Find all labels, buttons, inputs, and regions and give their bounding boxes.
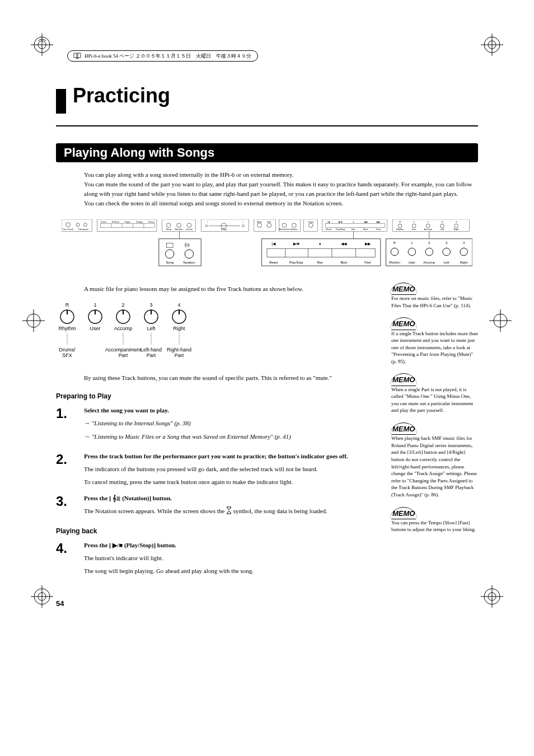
svg-text:Rhythm: Rhythm (396, 229, 404, 231)
svg-text:Left: Left (147, 326, 156, 331)
svg-text:Rhythm: Rhythm (389, 261, 400, 264)
svg-text:4: 4 (456, 221, 457, 223)
memo2-text: If a single Track button includes more t… (391, 330, 478, 365)
svg-point-60 (282, 223, 287, 228)
svg-text:Piano: Piano (101, 221, 106, 223)
svg-text:○: ○ (242, 221, 243, 223)
svg-point-88 (441, 224, 444, 228)
intro-paragraph: You can play along with a song stored in… (84, 170, 478, 208)
svg-text:Rec: Rec (317, 261, 323, 264)
step4-post: (Play/Stop)] button. (124, 542, 176, 548)
svg-text:◀◀: ◀◀ (364, 221, 368, 223)
svg-rect-34 (101, 224, 155, 228)
step-number: 4. (56, 541, 84, 576)
step4-body1: The button's indicator will light. (84, 553, 380, 563)
play-stop-icon: ▶/■ (113, 542, 123, 548)
svg-text:Rec: Rec (352, 229, 355, 231)
svg-text:One Touch: One Touch (63, 229, 73, 231)
svg-text:Part: Part (175, 353, 184, 358)
svg-text:Song: Song (166, 261, 174, 264)
svg-text:Accomp: Accomp (424, 229, 432, 231)
svg-text:Accompaniment: Accompaniment (105, 347, 142, 353)
svg-text:Accomp: Accomp (423, 261, 435, 264)
svg-point-99 (165, 250, 174, 258)
svg-text:E.Piano: E.Piano (112, 221, 120, 223)
svg-point-86 (412, 224, 416, 228)
svg-text:Left: Left (441, 229, 444, 231)
step2-body1: The indicators of the buttons you presse… (84, 464, 380, 474)
svg-text:Part: Part (119, 353, 128, 358)
notation-icon: 𝄞≣ (113, 495, 120, 501)
svg-text:●: ● (353, 221, 354, 223)
svg-text:Left: Left (444, 261, 449, 264)
svg-text:Accomp: Accomp (114, 326, 133, 331)
memo4-text: When playing back SMF music files for Ro… (391, 435, 478, 498)
svg-text:1: 1 (411, 242, 413, 245)
step-4: 4. Press the [ ▶/■ (Play/Stop)] button. … (56, 541, 380, 576)
svg-point-61 (292, 223, 296, 228)
svg-text:●: ● (319, 242, 321, 246)
svg-text:Play/Stop: Play/Stop (289, 261, 303, 264)
memo-5: MEMO You can press the Tempo [Slow] [Fas… (391, 509, 478, 533)
preparing-heading: Preparing to Play (56, 392, 380, 400)
step-2: 2. Press the track button for the perfor… (56, 452, 380, 487)
svg-text:3: 3 (446, 242, 447, 245)
svg-text:▶▶: ▶▶ (365, 242, 371, 246)
step2-body2: To cancel muting, press the same track b… (84, 477, 380, 487)
svg-point-130 (443, 248, 451, 256)
svg-point-40 (166, 223, 171, 228)
svg-text:User: User (412, 229, 417, 231)
svg-point-25 (84, 223, 87, 227)
svg-text:Part: Part (267, 221, 271, 223)
svg-text:Rhythm: Rhythm (58, 326, 76, 331)
svg-text:3: 3 (149, 302, 152, 308)
svg-text:Play/Stop: Play/Stop (336, 229, 345, 231)
svg-text:Metronome: Metronome (279, 229, 290, 231)
svg-point-128 (408, 248, 416, 256)
memo-label: MEMO (391, 424, 416, 435)
svg-text:4: 4 (463, 242, 465, 245)
svg-text:Bwd: Bwd (363, 229, 368, 231)
svg-text:Lesson: Lesson (186, 229, 193, 231)
svg-rect-73 (325, 224, 385, 228)
memo-1: MEMO For more on music files, refer to "… (391, 284, 478, 309)
svg-point-49 (205, 225, 208, 227)
page-number: 54 (56, 599, 478, 608)
svg-point-100 (185, 250, 193, 258)
svg-text:Count: Count (308, 221, 314, 223)
step2-title: Press the track button for the performan… (84, 452, 380, 461)
svg-point-56 (267, 223, 271, 228)
svg-text:R: R (399, 221, 401, 223)
section-title: Playing Along with Songs (56, 143, 478, 162)
step-1: 1. Select the song you want to play. → "… (56, 406, 380, 444)
svg-text:Bwd: Bwd (341, 261, 347, 264)
memo-label: MEMO (391, 319, 416, 330)
svg-point-87 (426, 224, 430, 228)
svg-text:Marker: Marker (291, 229, 298, 231)
svg-text:Others: Others (148, 221, 155, 223)
svg-point-127 (391, 248, 399, 256)
svg-text:Notation: Notation (183, 261, 195, 264)
svg-text:Right-hand: Right-hand (167, 347, 191, 353)
header-meta-text: HPi-6-e.book 54 ページ ２００５年１１月１５日 火曜日 午後３時… (85, 53, 252, 60)
svg-text:SFX: SFX (62, 353, 72, 358)
svg-point-24 (76, 223, 79, 227)
header-meta: HPi-6-e.book 54 ページ ２００５年１１月１５日 火曜日 午後３時… (67, 50, 258, 62)
svg-point-65 (308, 223, 313, 228)
title-black-bar (56, 89, 66, 114)
svg-point-89 (455, 224, 458, 228)
svg-point-42 (187, 223, 191, 228)
svg-point-55 (257, 223, 262, 228)
memo5-text: You can press the Tempo [Slow] [Fast] bu… (391, 519, 478, 533)
svg-text:Right: Right (454, 229, 460, 231)
step3-pre: Press the [ (84, 495, 111, 501)
step3-body-post: symbol, the song data is being loaded. (233, 508, 327, 514)
svg-text:2: 2 (121, 302, 124, 308)
svg-text:1: 1 (414, 221, 415, 223)
svg-rect-111 (267, 248, 375, 257)
step-number: 1. (56, 406, 84, 444)
chapter-title: Practicing (73, 84, 170, 107)
svg-text:Left-hand: Left-hand (140, 347, 162, 353)
svg-text:𝄞≣: 𝄞≣ (184, 242, 190, 248)
memo-label: MEMO (391, 509, 416, 519)
